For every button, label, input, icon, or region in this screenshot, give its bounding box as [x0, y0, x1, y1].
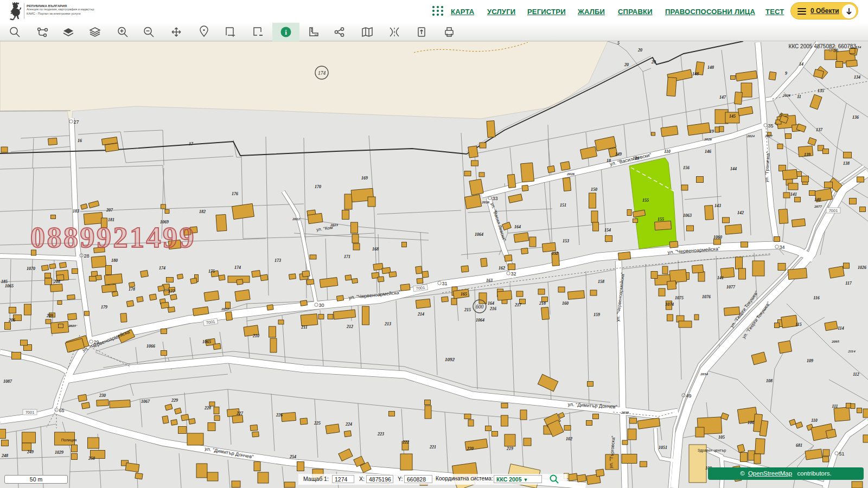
svg-text:34: 34 [780, 245, 785, 250]
svg-text:108: 108 [766, 378, 773, 383]
svg-text:27: 27 [74, 119, 79, 125]
svg-text:141: 141 [717, 275, 724, 280]
svg-text:2024: 2024 [746, 134, 755, 138]
svg-text:156: 156 [683, 165, 690, 170]
svg-text:135: 135 [818, 88, 824, 93]
svg-text:169: 169 [361, 176, 368, 181]
svg-text:146: 146 [705, 149, 711, 154]
svg-text:149: 149 [615, 152, 622, 157]
svg-text:7001: 7001 [829, 208, 838, 213]
svg-text:226: 226 [276, 413, 283, 418]
svg-text:2038: 2038 [621, 410, 629, 415]
svg-text:229: 229 [171, 398, 178, 403]
svg-text:174: 174 [159, 266, 165, 271]
svg-text:142: 142 [737, 210, 744, 215]
svg-text:Полиция: Полиция [61, 438, 77, 442]
svg-text:29: 29 [94, 339, 99, 345]
svg-text:1087: 1087 [3, 379, 12, 384]
svg-text:106: 106 [748, 420, 754, 425]
svg-text:1026: 1026 [858, 265, 866, 270]
svg-text:213: 213 [384, 322, 391, 326]
svg-text:225: 225 [314, 421, 321, 426]
svg-text:2026: 2026 [481, 200, 490, 204]
svg-text:1076: 1076 [702, 294, 711, 299]
svg-text:1075: 1075 [675, 296, 684, 300]
svg-text:16: 16 [78, 138, 82, 143]
svg-text:114: 114 [838, 326, 844, 331]
svg-text:162: 162 [499, 266, 505, 271]
svg-text:134: 134 [856, 45, 861, 49]
svg-text:174: 174 [318, 70, 326, 76]
svg-text:2021: 2021 [68, 324, 76, 328]
svg-text:115: 115 [795, 322, 802, 327]
svg-text:2034: 2034 [700, 372, 709, 376]
svg-text:254: 254 [289, 454, 296, 459]
svg-text:110: 110 [811, 418, 818, 423]
svg-text:1065: 1065 [5, 284, 14, 288]
svg-text:211: 211 [301, 325, 308, 330]
svg-text:1092: 1092 [445, 357, 455, 362]
svg-text:158: 158 [598, 279, 604, 284]
svg-text:227: 227 [236, 411, 244, 416]
svg-text:177: 177 [168, 289, 175, 294]
svg-text:20: 20 [624, 62, 629, 67]
svg-text:217: 217 [514, 303, 522, 307]
svg-text:175: 175 [208, 269, 215, 274]
svg-text:160: 160 [562, 301, 569, 306]
svg-text:19: 19 [710, 129, 714, 134]
svg-text:155: 155 [658, 217, 664, 222]
svg-text:164: 164 [488, 301, 494, 306]
svg-text:222: 222 [402, 440, 409, 445]
svg-text:1065: 1065 [202, 339, 211, 344]
svg-text:164: 164 [514, 224, 521, 229]
svg-text:2028: 2028 [782, 93, 791, 98]
svg-text:102: 102 [566, 436, 572, 441]
svg-text:179: 179 [101, 305, 107, 310]
svg-text:220: 220 [467, 446, 474, 451]
svg-text:110: 110 [664, 149, 671, 154]
svg-text:0889921499: 0889921499 [30, 221, 196, 254]
svg-text:221: 221 [429, 445, 436, 450]
svg-text:1067: 1067 [141, 399, 150, 404]
svg-text:1060: 1060 [713, 235, 722, 240]
svg-text:223: 223 [377, 432, 384, 436]
svg-text:170: 170 [315, 184, 321, 189]
svg-text:117: 117 [845, 281, 852, 286]
svg-text:20: 20 [637, 48, 642, 53]
svg-text:2026: 2026 [704, 137, 712, 142]
svg-text:137: 137 [816, 127, 823, 132]
svg-text:17: 17 [189, 142, 194, 146]
svg-text:2095: 2095 [831, 339, 840, 344]
svg-text:Здравен център: Здравен център [698, 448, 726, 453]
svg-text:224: 224 [345, 422, 352, 427]
svg-text:681: 681 [796, 443, 802, 448]
svg-text:152: 152 [552, 251, 558, 256]
svg-text:140: 140 [814, 197, 821, 202]
svg-text:138: 138 [843, 161, 850, 166]
svg-text:11: 11 [797, 94, 801, 99]
svg-text:176: 176 [232, 191, 238, 196]
svg-text:112: 112 [853, 372, 859, 377]
svg-text:9: 9 [785, 71, 787, 76]
svg-text:1051: 1051 [659, 445, 667, 450]
svg-text:219: 219 [506, 446, 513, 451]
svg-text:209: 209 [46, 313, 53, 318]
svg-text:2114: 2114 [847, 349, 856, 354]
svg-text:1070: 1070 [27, 266, 35, 271]
svg-text:214: 214 [417, 312, 424, 317]
svg-text:163: 163 [486, 278, 493, 283]
svg-text:159: 159 [593, 312, 600, 317]
svg-text:105: 105 [718, 435, 725, 440]
svg-text:31: 31 [442, 281, 448, 286]
svg-text:212: 212 [346, 324, 353, 329]
svg-text:155: 155 [642, 198, 649, 203]
svg-text:i: i [285, 28, 287, 36]
svg-text:2022: 2022 [292, 217, 301, 221]
svg-text:143: 143 [714, 203, 721, 208]
svg-text:216: 216 [489, 306, 496, 311]
svg-text:168: 168 [372, 247, 379, 252]
svg-text:208: 208 [53, 279, 60, 284]
svg-text:180: 180 [111, 258, 118, 263]
svg-text:1064: 1064 [476, 318, 484, 323]
svg-text:2027: 2027 [764, 134, 773, 138]
